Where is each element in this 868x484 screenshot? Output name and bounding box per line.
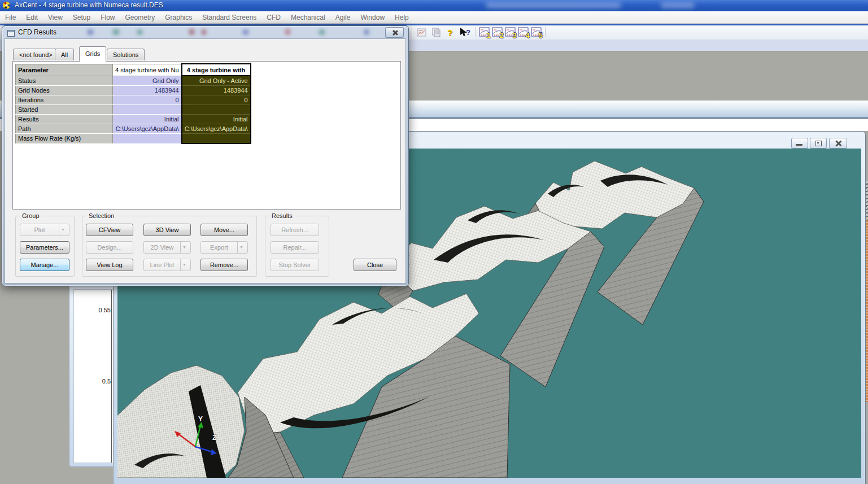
standard-screen-5-icon[interactable]: 5	[531, 27, 543, 38]
menu-geometry[interactable]: Geometry	[120, 12, 160, 23]
row-label: Mass Flow Rate (Kg/s)	[16, 134, 113, 144]
column-header-parameter[interactable]: Parameter	[16, 64, 113, 76]
row-label: Started	[16, 105, 113, 115]
menu-graphics[interactable]: Graphics	[160, 12, 197, 23]
minimize-button[interactable]	[791, 138, 808, 149]
cell-value[interactable]: Grid Only	[113, 76, 182, 86]
dialog-titlebar[interactable]	[2, 26, 408, 38]
menu-edit[interactable]: Edit	[21, 12, 43, 23]
close-button[interactable]	[829, 138, 847, 149]
dialog-title: CFD Results	[18, 28, 56, 36]
plot-tick-05: 0.5	[102, 378, 111, 385]
table-row: Results Initial Initial	[16, 115, 251, 124]
menu-mechanical[interactable]: Mechanical	[286, 12, 330, 23]
repair-button: Repair...	[271, 241, 319, 254]
row-label: Path	[16, 124, 113, 134]
cell-value[interactable]: 0	[113, 95, 182, 105]
cfview-button[interactable]: CFView	[86, 224, 133, 236]
cell-value-selected[interactable]: 1483944	[182, 86, 251, 95]
dialog-close-button[interactable]	[385, 27, 404, 38]
context-help-icon[interactable]: ?	[459, 27, 472, 38]
standard-screen-3-icon[interactable]: 3	[505, 27, 517, 38]
chevron-down-icon	[237, 242, 247, 253]
menu-standard-screens[interactable]: Standard Screens	[197, 12, 261, 23]
chevron-down-icon	[59, 224, 69, 236]
parameters-button[interactable]: Parameters...	[20, 241, 69, 254]
export-dropdown: Export	[200, 241, 248, 254]
dialog-icon	[7, 29, 15, 36]
cell-value[interactable]	[113, 105, 182, 115]
tab-not-found[interactable]: <not found>	[13, 49, 59, 60]
line-plot-dropdown: Line Plot	[143, 259, 191, 271]
standard-screen-2-icon[interactable]: 2	[492, 27, 504, 38]
groupbox-label: Selection	[86, 212, 116, 219]
menu-window[interactable]: Window	[355, 12, 390, 23]
plot-dropdown: Plot	[20, 224, 69, 236]
plot-canvas[interactable]: 0.55 0.5	[73, 289, 116, 463]
standard-screen-1-icon[interactable]: 1	[479, 27, 491, 38]
table-row: Path C:\Users\gcz\AppData\ C:\Users\gcz\…	[16, 124, 251, 134]
plot-tick-055: 0.55	[99, 307, 111, 313]
view-log-button[interactable]: View Log	[86, 259, 133, 271]
grids-tab-panel: Parameter 4 stage turbine with Nu 4 stag…	[12, 61, 401, 210]
plot-window: 0.55 0.5	[69, 284, 116, 467]
tab-all[interactable]: All	[55, 49, 74, 60]
row-label: Status	[16, 76, 113, 86]
column-header-run1[interactable]: 4 stage turbine with Nu	[113, 64, 182, 76]
menu-setup[interactable]: Setup	[68, 12, 95, 23]
groupbox-label: Group	[20, 212, 42, 219]
cell-value[interactable]: Initial	[113, 115, 182, 124]
table-row: Started	[16, 105, 251, 115]
column-header-run2-selected[interactable]: 4 stage turbine with	[182, 64, 251, 76]
menu-agile[interactable]: Agile	[330, 12, 356, 23]
cfd-results-dialog: CFD Results <not found> All Grids Soluti…	[2, 25, 409, 286]
cell-value-selected[interactable]: Grid Only - Active	[182, 76, 251, 86]
standard-screen-4-icon[interactable]: 4	[518, 27, 530, 38]
table-row: Status Grid Only Grid Only - Active	[16, 76, 251, 86]
chevron-down-icon	[180, 242, 190, 253]
design-button: Design...	[86, 241, 133, 254]
cell-value-selected[interactable]	[182, 105, 251, 115]
cell-value[interactable]: C:\Users\gcz\AppData\	[113, 124, 182, 134]
menu-bar: File Edit View Setup Flow Geometry Graph…	[0, 11, 868, 24]
cell-value-selected[interactable]: C:\Users\gcz\AppData\	[182, 124, 251, 134]
plot-y-axis	[111, 290, 112, 463]
cell-value[interactable]: 1483944	[113, 86, 182, 95]
move-button[interactable]: Move...	[200, 224, 248, 236]
cell-value-selected[interactable]: Initial	[182, 115, 251, 124]
window-title: AxCent - 4 stage turbine with Numeca res…	[15, 1, 163, 9]
tab-grids[interactable]: Grids	[79, 46, 106, 62]
row-label: Iterations	[16, 95, 113, 105]
close-dialog-button[interactable]: Close	[354, 259, 396, 271]
close-icon	[835, 140, 841, 146]
cell-value[interactable]	[113, 134, 182, 144]
close-icon	[391, 29, 398, 36]
tab-solutions[interactable]: Solutions	[107, 49, 145, 60]
row-label: Results	[16, 115, 113, 124]
menu-file[interactable]: File	[0, 12, 21, 23]
remove-button[interactable]: Remove...	[200, 259, 248, 271]
svg-text:?: ?	[466, 28, 470, 37]
cell-value-selected[interactable]	[182, 134, 251, 144]
groupbox-label: Results	[269, 212, 295, 219]
cfd-results-table: Parameter 4 stage turbine with Nu 4 stag…	[15, 63, 251, 144]
axis-y-label: Y	[198, 415, 203, 423]
copy-icon	[431, 27, 442, 38]
menu-flow[interactable]: Flow	[95, 12, 120, 23]
cell-value-selected[interactable]: 0	[182, 95, 251, 105]
3d-view-button[interactable]: 3D View	[143, 224, 191, 236]
plot-report-icon	[416, 27, 427, 38]
menu-view[interactable]: View	[43, 12, 68, 23]
table-row: Iterations 0 0	[16, 95, 251, 105]
app-titlebar: AxCent - 4 stage turbine with Numeca res…	[0, 0, 868, 11]
menu-help[interactable]: Help	[390, 12, 414, 23]
stop-solver-button: Stop Solver	[271, 259, 319, 271]
help-icon[interactable]: ?	[447, 27, 458, 38]
2d-view-dropdown: 2D View	[143, 241, 191, 254]
manage-button[interactable]: Manage...	[20, 259, 69, 271]
menu-cfd[interactable]: CFD	[261, 12, 286, 23]
restore-button[interactable]	[810, 138, 827, 149]
row-label: Grid Nodes	[16, 86, 113, 95]
app-icon	[2, 1, 11, 10]
table-row: Grid Nodes 1483944 1483944	[16, 86, 251, 95]
